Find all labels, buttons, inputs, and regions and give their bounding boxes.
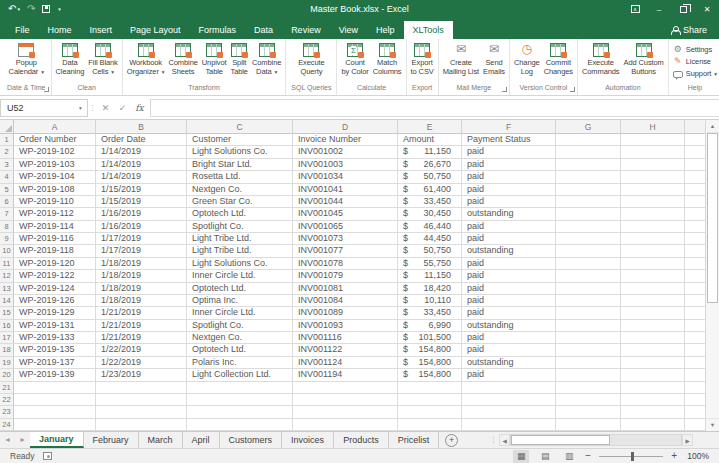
cell-C12[interactable]: Inner Circle Ltd. — [187, 270, 293, 282]
cell-G21[interactable] — [556, 382, 621, 394]
create-mailing-list-button[interactable]: ✉CreateMailing List — [441, 41, 481, 76]
cell-D24[interactable] — [293, 419, 398, 431]
cell-H20[interactable] — [621, 369, 685, 381]
vertical-scrollbar[interactable]: ▲ ▼ — [705, 120, 719, 431]
cell-E20[interactable]: $154,800 — [398, 369, 462, 381]
ribbon-tab-insert[interactable]: Insert — [81, 21, 122, 39]
zoom-slider-thumb[interactable] — [631, 452, 634, 461]
cell-G7[interactable] — [556, 208, 621, 220]
row-header-14[interactable]: 14 — [0, 295, 14, 307]
cell-E23[interactable] — [398, 406, 462, 418]
cell-G2[interactable] — [556, 146, 621, 158]
match-columns-button[interactable]: MatchColumns — [371, 41, 404, 76]
restore-button[interactable] — [671, 0, 695, 18]
minimize-button[interactable]: – — [647, 0, 671, 18]
cell-F8[interactable]: paid — [462, 221, 556, 233]
insert-function-icon[interactable]: fx — [131, 103, 148, 113]
cell-B17[interactable]: 1/21/2019 — [96, 332, 187, 344]
row-header-1[interactable]: 1 — [0, 134, 14, 146]
cell-G15[interactable] — [556, 307, 621, 319]
license-button[interactable]: ✎License — [671, 56, 713, 67]
cell-G1[interactable] — [556, 134, 621, 146]
cell-H18[interactable] — [621, 344, 685, 356]
column-header-f[interactable]: F — [462, 120, 556, 134]
scroll-right-icon[interactable]: ▶ — [682, 434, 693, 446]
cell-B14[interactable]: 1/18/2019 — [96, 295, 187, 307]
row-header-19[interactable]: 19 — [0, 357, 14, 369]
cell-E17[interactable]: $101,500 — [398, 332, 462, 344]
scroll-left-icon[interactable]: ◀ — [499, 434, 510, 446]
cell-D22[interactable] — [293, 394, 398, 406]
cell-G5[interactable] — [556, 184, 621, 196]
row-header-16[interactable]: 16 — [0, 320, 14, 332]
cell-F24[interactable] — [462, 419, 556, 431]
sheet-tab-invoices[interactable]: Invoices — [282, 432, 334, 448]
cell-E7[interactable]: $30,450 — [398, 208, 462, 220]
cell-B19[interactable]: 1/22/2019 — [96, 357, 187, 369]
cell-A16[interactable]: WP-2019-131 — [14, 320, 96, 332]
cell-D17[interactable]: INV001116 — [293, 332, 398, 344]
cell-C15[interactable]: Inner Circle Ltd. — [187, 307, 293, 319]
count-by-color-button[interactable]: Countby Color — [339, 41, 370, 76]
ribbon-tab-review[interactable]: Review — [282, 21, 330, 39]
cell-A15[interactable]: WP-2019-129 — [14, 307, 96, 319]
cell-E8[interactable]: $46,440 — [398, 221, 462, 233]
undo-button[interactable]: ↶▾ — [8, 4, 20, 14]
cell-E2[interactable]: $11,150 — [398, 146, 462, 158]
cell-E16[interactable]: $6,990 — [398, 320, 462, 332]
cell-E18[interactable]: $154,800 — [398, 344, 462, 356]
cell-E21[interactable] — [398, 382, 462, 394]
cell-E1[interactable]: Amount — [398, 134, 462, 146]
sheet-tab-march[interactable]: March — [139, 432, 183, 448]
cell-C10[interactable]: Light Tribe Ltd. — [187, 245, 293, 257]
unpivot-table-button[interactable]: UnpivotTable — [200, 41, 229, 76]
next-sheet-icon[interactable]: ▸ — [15, 432, 30, 448]
row-header-4[interactable]: 4 — [0, 171, 14, 183]
cell-F17[interactable]: paid — [462, 332, 556, 344]
name-box[interactable]: U52 ▾ — [0, 99, 88, 117]
cell-G20[interactable] — [556, 369, 621, 381]
cell-B1[interactable]: Order Date — [96, 134, 187, 146]
cell-A4[interactable]: WP-2019-104 — [14, 171, 96, 183]
cell-G8[interactable] — [556, 221, 621, 233]
cell-A13[interactable]: WP-2019-124 — [14, 283, 96, 295]
ribbon-tab-help[interactable]: Help — [367, 21, 404, 39]
cell-H19[interactable] — [621, 357, 685, 369]
cell-B12[interactable]: 1/18/2019 — [96, 270, 187, 282]
cell-B21[interactable] — [96, 382, 187, 394]
cell-F1[interactable]: Payment Status — [462, 134, 556, 146]
cell-F10[interactable]: outstanding — [462, 245, 556, 257]
cell-C24[interactable] — [187, 419, 293, 431]
cell-D21[interactable] — [293, 382, 398, 394]
row-header-6[interactable]: 6 — [0, 196, 14, 208]
cell-B8[interactable]: 1/16/2019 — [96, 221, 187, 233]
zoom-slider[interactable] — [599, 456, 663, 457]
share-button[interactable]: Share — [671, 25, 719, 39]
cell-C16[interactable]: Spotlight Co. — [187, 320, 293, 332]
dialog-launcher-icon[interactable] — [502, 87, 507, 92]
cell-C22[interactable] — [187, 394, 293, 406]
cell-C23[interactable] — [187, 406, 293, 418]
cell-F22[interactable] — [462, 394, 556, 406]
cell-C11[interactable]: Light Solutions Co. — [187, 258, 293, 270]
cell-G9[interactable] — [556, 233, 621, 245]
ribbon-tab-data[interactable]: Data — [245, 21, 282, 39]
cell-B11[interactable]: 1/18/2019 — [96, 258, 187, 270]
row-header-10[interactable]: 10 — [0, 245, 14, 257]
row-header-2[interactable]: 2 — [0, 146, 14, 158]
cell-H13[interactable] — [621, 283, 685, 295]
cell-D9[interactable]: INV001073 — [293, 233, 398, 245]
cell-G11[interactable] — [556, 258, 621, 270]
cell-E22[interactable] — [398, 394, 462, 406]
cell-H17[interactable] — [621, 332, 685, 344]
row-header-11[interactable]: 11 — [0, 258, 14, 270]
cell-H21[interactable] — [621, 382, 685, 394]
customize-quick-access-button[interactable]: ▾ — [57, 4, 61, 14]
column-header-g[interactable]: G — [556, 120, 621, 134]
cell-H10[interactable] — [621, 245, 685, 257]
column-header-b[interactable]: B — [96, 120, 187, 134]
normal-view-icon[interactable]: ▦ — [513, 450, 529, 463]
cell-E11[interactable]: $55,750 — [398, 258, 462, 270]
cell-D11[interactable]: INV001078 — [293, 258, 398, 270]
cell-H5[interactable] — [621, 184, 685, 196]
